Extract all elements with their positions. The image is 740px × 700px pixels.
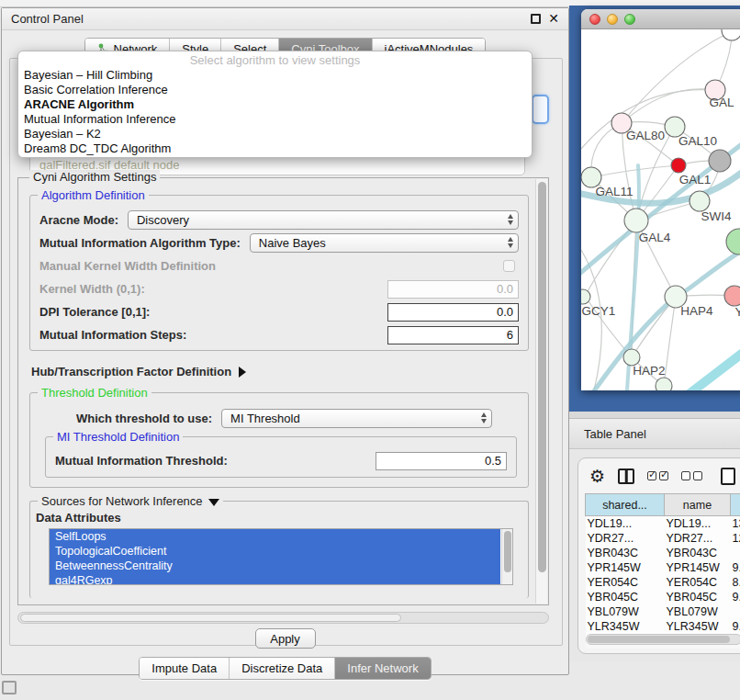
columns-icon[interactable] [618,469,634,484]
network-node[interactable] [722,29,740,40]
algorithm-definition-title: Algorithm Definition [38,188,149,202]
kernel-width-input[interactable] [387,280,519,299]
mi-algorithm-type-value: Naive Bayes [259,236,326,250]
select-all-columns-icon[interactable] [647,471,668,480]
algorithm-list-item[interactable]: Basic Correlation Inference [18,83,532,97]
tab-infer-network[interactable]: Infer Network [335,658,430,679]
network-node-y[interactable] [724,286,740,306]
kernel-width-label: Kernel Width (0,1): [39,282,145,296]
float-panel-icon[interactable] [531,14,541,24]
mi-algorithm-type-combo[interactable]: Naive Bayes [250,233,519,253]
settings-box-title: Cyni Algorithm Settings [29,170,160,184]
mi-threshold-input[interactable] [376,452,507,470]
dpi-tolerance-label: DPI Tolerance [0,1]: [39,305,150,319]
aracne-mode-label: Aracne Mode: [39,213,118,227]
network-node[interactable] [709,150,731,172]
mi-algorithm-type-label: Mutual Information Algorithm Type: [39,236,241,250]
sources-title: Sources for Network Inference [41,494,203,508]
network-node-gal1[interactable] [671,158,686,173]
algorithm-list-item[interactable]: Dream8 DC_TDC Algorithm [18,141,532,156]
expand-right-icon[interactable] [239,367,246,378]
manual-kernel-width-label: Manual Kernel Width Definition [39,259,216,273]
network-canvas[interactable]: GALGAL80GAL10GAL1GAL11SWI4GAL4GCY1HAP4YH… [581,29,740,390]
table-row[interactable]: YER054CYER054C8. [586,575,740,590]
network-graph[interactable]: GALGAL80GAL10GAL1GAL11SWI4GAL4GCY1HAP4YH… [581,29,740,390]
table-panel-title: Table Panel [584,427,646,441]
network-node[interactable] [726,229,740,254]
algorithm-definition-group: Algorithm Definition Aracne Mode: Discov… [29,195,529,351]
network-node-label: SWI4 [701,209,731,223]
cyni-mode-tabs: Impute DataDiscretize DataInfer Network [139,657,431,680]
table-row[interactable]: YBR045CYBR045C9. [586,590,740,604]
network-view-window: GALGAL80GAL10GAL1GAL11SWI4GAL4GCY1HAP4YH… [581,9,740,390]
zoom-window-icon[interactable] [624,14,635,25]
minimized-panel-icon[interactable] [2,681,17,694]
which-threshold-value: MI Threshold [230,412,300,425]
close-window-icon[interactable] [589,14,600,25]
apply-button[interactable]: Apply [255,628,316,649]
close-panel-icon[interactable]: ✕ [548,14,559,24]
network-edge-highlighted[interactable] [688,347,740,390]
sources-group: Sources for Network Inference Data Attri… [29,501,529,598]
deselect-all-columns-icon[interactable] [681,471,702,480]
table-row[interactable]: YDR27...YDR27...12 [586,531,740,546]
network-node-label: GAL1 [679,173,712,186]
network-node-label: HAP2 [633,364,665,378]
node-table: shared...nameA YDL19...YDL19...13YDR27..… [585,493,740,649]
control-panel-window: Control Panel ✕ NetworkStyleSelectCyni T… [1,7,569,675]
table-card: ⚙ shared...nameA YDL19...YDL19...13YDR27… [577,457,740,654]
table-row[interactable]: YBL079WYBL079W [586,604,740,619]
tab-impute-data[interactable]: Impute Data [140,658,230,679]
network-edge[interactable] [622,33,728,123]
table-toolbar: ⚙ [578,458,740,493]
table-panel-region: ⚙ shared...nameA YDL19...YDL19...13YDR27… [569,450,740,661]
mi-steps-input[interactable] [387,326,519,344]
network-node[interactable] [656,378,672,390]
table-horizontal-scrollbar[interactable] [586,634,740,645]
settings-horizontal-scrollbar[interactable] [17,612,549,624]
network-node-swi4[interactable] [690,191,710,211]
network-node-label: GAL4 [639,231,671,244]
table-column-header[interactable]: shared... [586,494,665,516]
algorithm-dropdown-popup: Select algorithm to view settings Bayesi… [17,51,533,158]
tab-discretize-data[interactable]: Discretize Data [230,658,335,679]
data-attributes-label: Data Attributes [36,511,524,525]
table-row[interactable]: YBR043CYBR043C [586,546,740,560]
gear-icon[interactable]: ⚙ [589,468,605,485]
manual-kernel-width-checkbox[interactable] [503,260,515,272]
attribute-list-item[interactable]: TopologicalCoefficient [50,544,500,559]
combo-stepper-icon [481,412,487,423]
network-node-label: HAP4 [680,304,713,318]
table-row[interactable]: YDL19...YDL19...13 [586,516,740,531]
export-table-icon[interactable] [721,468,735,485]
algorithm-list-item[interactable]: Bayesian – K2 [18,127,532,141]
cyni-algorithm-settings-box: Algorithm Definition Aracne Mode: Discov… [17,177,549,605]
network-edge[interactable] [591,165,678,177]
network-node-label: GAL [709,96,734,109]
attribute-list-item[interactable]: gal4RGexp [50,573,500,585]
algorithm-list-item[interactable]: Mutual Information Inference [18,112,532,127]
network-node-label: GAL11 [595,185,633,198]
mi-threshold-definition-group: MI Threshold Definition Mutual Informati… [45,436,517,478]
aracne-mode-combo[interactable]: Discovery [128,210,519,230]
data-attributes-list: SelfLoopsTopologicalCoefficientBetweenne… [49,528,513,585]
attributes-scrollbar[interactable] [501,529,512,584]
table-column-header[interactable]: A [731,494,740,516]
hub-definition-label: Hub/Transcription Factor Definition [31,365,231,378]
collapse-down-icon[interactable] [208,499,219,506]
algorithm-list-item[interactable]: ARACNE Algorithm [18,97,532,112]
table-column-header[interactable]: name [665,494,731,516]
minimize-window-icon[interactable] [607,14,618,25]
table-row[interactable]: YPR145WYPR145W9. [586,560,740,575]
algorithm-list-item[interactable]: Bayesian – Hill Climbing [18,68,532,83]
focused-spinner-fragment[interactable] [532,95,549,124]
settings-vertical-scrollbar[interactable] [535,179,547,604]
which-threshold-combo[interactable]: MI Threshold [221,409,492,428]
network-node-gal4[interactable] [624,209,648,232]
mi-threshold-definition-title: MI Threshold Definition [53,430,183,444]
attribute-list-item[interactable]: BetweennessCentrality [50,559,500,573]
combo-stepper-icon [508,214,513,225]
dpi-tolerance-input[interactable] [387,303,519,322]
attribute-list-item[interactable]: SelfLoops [50,529,500,544]
table-row[interactable]: YLR345WYLR345W9. [586,619,740,634]
